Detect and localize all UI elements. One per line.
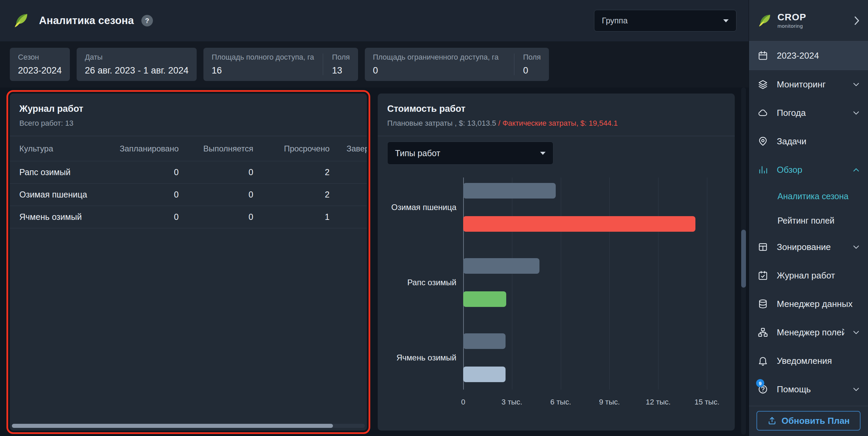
limited-access-fields: Поля 0 (523, 53, 541, 76)
work-types-select-label: Типы работ (395, 148, 440, 158)
work-log-subtitle: Всего работ: 13 (19, 119, 357, 128)
actual-cost-bar (463, 367, 506, 382)
sidebar-item-data-manager[interactable]: Менеджер данных (749, 290, 868, 318)
table-cell: 2 (253, 190, 330, 200)
planned-cost-bar (463, 258, 539, 274)
chart-category-label: Ячмень озимый (387, 333, 463, 382)
vertical-scrollbar-thumb[interactable] (741, 230, 746, 288)
table-row: Рапс озимый002 (10, 161, 367, 184)
chart-axis-area: 03 тыс.6 тыс.9 тыс.12 тыс.15 тыс. (463, 398, 707, 409)
sidebar-item-label: Зонирование (777, 242, 844, 252)
main-area: Аналитика сезона ? Группа Сезон 2023-202… (0, 0, 749, 436)
horizontal-scrollbar[interactable] (12, 424, 365, 428)
sidebar-item-season[interactable]: 2023-2024 (749, 41, 868, 70)
panel-title: Журнал работ (19, 104, 357, 114)
table-cell: Ячмень озимый (19, 212, 102, 222)
sidebar-item-notifications[interactable]: Уведомления (749, 347, 868, 375)
update-plan-block: Обновить План (749, 406, 868, 436)
sidebar-item-zoning[interactable]: Зонирование (749, 233, 868, 261)
chart-group: Озимая пшеница (387, 183, 725, 232)
sidebar-item-overview[interactable]: Обзор (749, 155, 868, 184)
actual-cost-bar (463, 291, 506, 307)
notification-count-badge: 9 (756, 379, 764, 387)
panel-title: Стоимость работ (387, 104, 725, 114)
table-cell: Рапс озимый (19, 167, 102, 177)
sidebar-item-weather[interactable]: Погода (749, 99, 868, 127)
group-select-label: Группа (602, 16, 628, 25)
sidebar-item-field-rating[interactable]: Рейтинг полей (749, 208, 868, 233)
sidebar-item-label: Аналитика сезона (777, 191, 859, 201)
calendar-check-icon (758, 270, 768, 281)
crop-logo-text: CROP monitoring (777, 13, 806, 29)
sidebar-collapse-icon[interactable] (854, 16, 860, 26)
full-area-label: Площадь полного доступа, га (212, 53, 314, 62)
limited-area-label: Площадь ограниченного доступа, га (373, 53, 505, 62)
chart-bar-pair (463, 333, 707, 382)
vertical-scrollbar[interactable] (741, 87, 746, 435)
table-cell: 0 (102, 190, 179, 200)
chart-category-label: Рапс озимый (387, 258, 463, 307)
sitemap-icon (758, 327, 768, 337)
sidebar-item-work-log[interactable]: Журнал работ (749, 261, 868, 290)
work-log-table: КультураЗапланированоВыполняетсяПросроче… (10, 136, 367, 228)
table-cell: 0 (179, 190, 253, 200)
logo-subtitle: monitoring (777, 23, 806, 29)
sidebar-header: CROP monitoring (749, 0, 868, 41)
work-types-select[interactable]: Типы работ (387, 142, 553, 165)
costs-panel-head: Стоимость работ Плановые затраты , $: 13… (378, 94, 735, 136)
update-plan-button[interactable]: Обновить План (756, 411, 861, 431)
sidebar-item-monitoring[interactable]: Мониторинг (749, 70, 868, 99)
chart-group: Рапс озимый (387, 258, 725, 307)
table-cell: 0 (179, 167, 253, 177)
sidebar-item-label: Обзор (777, 165, 844, 175)
full-access-fields: Поля 13 (332, 53, 350, 76)
card-divider (514, 54, 514, 75)
sidebar-item-label: 2023-2024 (777, 50, 859, 61)
sidebar-item-tasks[interactable]: Задачи (749, 127, 868, 155)
costs-panel: Стоимость работ Плановые затраты , $: 13… (378, 94, 735, 431)
work-log-panel-head: Журнал работ Всего работ: 13 (10, 94, 367, 136)
sidebar-item-label: Уведомления (777, 356, 859, 366)
help-icon: 9 (758, 384, 768, 394)
actual-cost-bar (463, 216, 695, 232)
sidebar-item-label: Задачи (777, 136, 859, 147)
content: Журнал работ Всего работ: 13 КультураЗап… (0, 87, 749, 436)
chart-plot-area: Озимая пшеницаРапс озимыйЯчмень озимый (387, 183, 725, 382)
sidebar-item-season-analytics[interactable]: Аналитика сезона (749, 184, 868, 208)
full-fields-label: Поля (332, 53, 350, 62)
chevron-down-icon (853, 111, 859, 115)
horizontal-scrollbar-thumb[interactable] (12, 424, 333, 428)
chart-bar-pair (463, 258, 707, 307)
page-title: Аналитика сезона (39, 15, 134, 27)
x-tick-label: 3 тыс. (501, 398, 522, 407)
dates-card: Даты 26 авг. 2023 - 1 авг. 2024 (77, 48, 197, 81)
chart-label-gutter (387, 398, 463, 409)
full-access-area: Площадь полного доступа, га 16 (212, 53, 314, 76)
sidebar-item-label: Журнал работ (777, 270, 859, 281)
sidebar-item-label: Мониторинг (777, 79, 844, 90)
table-header-row: КультураЗапланированоВыполняетсяПросроче… (10, 136, 367, 161)
help-icon[interactable]: ? (141, 15, 153, 26)
sidebar-item-field-manager[interactable]: Менеджер полей (749, 318, 868, 347)
chart-x-axis: 03 тыс.6 тыс.9 тыс.12 тыс.15 тыс. (387, 398, 725, 409)
chevron-down-icon (853, 388, 859, 391)
group-select[interactable]: Группа (594, 10, 736, 32)
limited-fields-label: Поля (523, 53, 541, 62)
dates-value: 26 авг. 2023 - 1 авг. 2024 (85, 65, 189, 76)
upload-icon (767, 416, 777, 425)
planned-cost-bar (463, 333, 506, 349)
table-cell: 0 (179, 212, 253, 222)
sidebar-item-help[interactable]: 9Помощь (749, 375, 868, 403)
bars-icon (758, 165, 768, 175)
crop-logo-icon (757, 13, 773, 28)
column-header: Завершено (330, 144, 367, 153)
chevron-down-icon (853, 83, 859, 86)
chart-groups: Озимая пшеницаРапс озимыйЯчмень озимый (387, 183, 725, 382)
database-icon (758, 299, 768, 309)
full-area-value: 16 (212, 65, 314, 76)
sidebar-item-label: Погода (777, 108, 844, 118)
table-row: Ячмень озимый001 (10, 206, 367, 228)
costs-subtitle: Плановые затраты , $: 13,013.5 / Фактиче… (387, 119, 725, 128)
full-access-card: Площадь полного доступа, га 16 Поля 13 (203, 48, 358, 81)
sidebar: CROP monitoring 2023-2024МониторингПогод… (749, 0, 868, 436)
